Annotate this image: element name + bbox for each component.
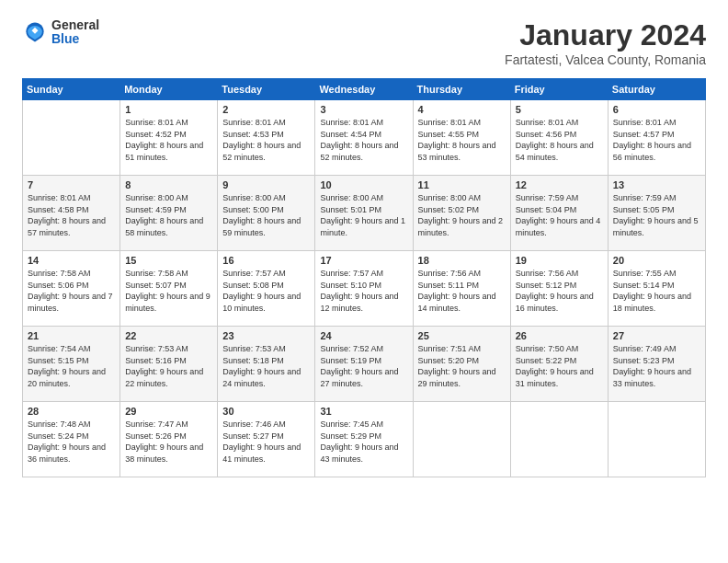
day-number: 12 — [516, 179, 603, 190]
day-number: 3 — [320, 104, 407, 115]
day-info: Sunrise: 8:01 AMSunset: 4:54 PMDaylight:… — [320, 118, 398, 162]
week-row-5: 28 Sunrise: 7:48 AMSunset: 5:24 PMDaylig… — [23, 402, 706, 477]
week-row-1: 1 Sunrise: 8:01 AMSunset: 4:52 PMDayligh… — [23, 100, 706, 176]
day-info: Sunrise: 8:01 AMSunset: 4:57 PMDaylight:… — [613, 118, 691, 162]
day-number: 15 — [125, 255, 212, 266]
day-number: 13 — [613, 179, 700, 190]
day-number: 24 — [320, 330, 407, 341]
day-info: Sunrise: 7:59 AMSunset: 5:04 PMDaylight:… — [516, 193, 601, 237]
day-cell-0-4: 4 Sunrise: 8:01 AMSunset: 4:55 PMDayligh… — [413, 100, 510, 176]
day-info: Sunrise: 8:01 AMSunset: 4:55 PMDaylight:… — [418, 118, 496, 162]
day-info: Sunrise: 7:59 AMSunset: 5:05 PMDaylight:… — [613, 193, 699, 237]
day-info: Sunrise: 7:47 AMSunset: 5:26 PMDaylight:… — [125, 419, 203, 464]
day-info: Sunrise: 7:55 AMSunset: 5:14 PMDaylight:… — [613, 269, 691, 313]
day-cell-0-6: 6 Sunrise: 8:01 AMSunset: 4:57 PMDayligh… — [608, 100, 705, 176]
day-number: 14 — [28, 255, 115, 266]
day-cell-2-1: 15 Sunrise: 7:58 AMSunset: 5:07 PMDaylig… — [120, 251, 218, 327]
day-info: Sunrise: 7:48 AMSunset: 5:24 PMDaylight:… — [28, 419, 106, 464]
day-info: Sunrise: 8:00 AMSunset: 5:01 PMDaylight:… — [320, 193, 405, 237]
day-info: Sunrise: 7:54 AMSunset: 5:15 PMDaylight:… — [28, 344, 106, 388]
day-info: Sunrise: 7:45 AMSunset: 5:29 PMDaylight:… — [320, 419, 398, 464]
day-cell-4-2: 30 Sunrise: 7:46 AMSunset: 5:27 PMDaylig… — [218, 402, 315, 477]
logo: General Blue — [22, 18, 99, 47]
day-cell-2-4: 18 Sunrise: 7:56 AMSunset: 5:11 PMDaylig… — [413, 251, 510, 327]
day-info: Sunrise: 8:00 AMSunset: 5:00 PMDaylight:… — [222, 193, 301, 237]
day-number: 6 — [613, 104, 700, 115]
day-info: Sunrise: 7:50 AMSunset: 5:22 PMDaylight:… — [516, 344, 594, 388]
logo-icon — [22, 19, 48, 45]
day-cell-4-5 — [510, 402, 608, 477]
week-row-2: 7 Sunrise: 8:01 AMSunset: 4:58 PMDayligh… — [23, 176, 706, 251]
day-info: Sunrise: 7:58 AMSunset: 5:06 PMDaylight:… — [28, 269, 113, 313]
day-number: 10 — [320, 179, 407, 190]
day-info: Sunrise: 7:57 AMSunset: 5:08 PMDaylight:… — [222, 269, 301, 313]
logo-text: General Blue — [51, 18, 99, 47]
header-sunday: Sunday — [23, 79, 120, 100]
calendar-table: Sunday Monday Tuesday Wednesday Thursday… — [22, 78, 706, 477]
day-info: Sunrise: 8:00 AMSunset: 5:02 PMDaylight:… — [418, 193, 504, 237]
day-cell-4-0: 28 Sunrise: 7:48 AMSunset: 5:24 PMDaylig… — [23, 402, 120, 477]
day-cell-2-0: 14 Sunrise: 7:58 AMSunset: 5:06 PMDaylig… — [23, 251, 120, 327]
day-number: 9 — [222, 179, 310, 190]
day-number: 4 — [418, 104, 506, 115]
location: Fartatesti, Valcea County, Romania — [505, 52, 706, 67]
day-cell-0-5: 5 Sunrise: 8:01 AMSunset: 4:56 PMDayligh… — [510, 100, 608, 176]
header-wednesday: Wednesday — [315, 79, 413, 100]
day-info: Sunrise: 7:51 AMSunset: 5:20 PMDaylight:… — [418, 344, 496, 388]
day-cell-1-3: 10 Sunrise: 8:00 AMSunset: 5:01 PMDaylig… — [315, 176, 413, 251]
day-info: Sunrise: 8:01 AMSunset: 4:58 PMDaylight:… — [28, 193, 106, 237]
day-cell-3-6: 27 Sunrise: 7:49 AMSunset: 5:23 PMDaylig… — [608, 327, 705, 402]
day-cell-2-6: 20 Sunrise: 7:55 AMSunset: 5:14 PMDaylig… — [608, 251, 705, 327]
day-number: 20 — [613, 255, 700, 266]
day-cell-1-5: 12 Sunrise: 7:59 AMSunset: 5:04 PMDaylig… — [510, 176, 608, 251]
day-number: 7 — [28, 179, 115, 190]
day-cell-3-4: 25 Sunrise: 7:51 AMSunset: 5:20 PMDaylig… — [413, 327, 510, 402]
day-cell-3-0: 21 Sunrise: 7:54 AMSunset: 5:15 PMDaylig… — [23, 327, 120, 402]
day-number: 29 — [125, 406, 212, 417]
day-number: 1 — [125, 104, 212, 115]
day-number: 18 — [418, 255, 506, 266]
day-cell-0-1: 1 Sunrise: 8:01 AMSunset: 4:52 PMDayligh… — [120, 100, 218, 176]
day-cell-1-2: 9 Sunrise: 8:00 AMSunset: 5:00 PMDayligh… — [218, 176, 315, 251]
day-cell-3-2: 23 Sunrise: 7:53 AMSunset: 5:18 PMDaylig… — [218, 327, 315, 402]
day-info: Sunrise: 7:53 AMSunset: 5:16 PMDaylight:… — [125, 344, 203, 388]
day-number: 17 — [320, 255, 407, 266]
month-title: January 2024 — [505, 18, 706, 52]
title-block: January 2024 Fartatesti, Valcea County, … — [505, 18, 706, 67]
day-info: Sunrise: 7:46 AMSunset: 5:27 PMDaylight:… — [222, 419, 301, 464]
day-cell-2-3: 17 Sunrise: 7:57 AMSunset: 5:10 PMDaylig… — [315, 251, 413, 327]
day-number: 2 — [222, 104, 310, 115]
day-info: Sunrise: 7:57 AMSunset: 5:10 PMDaylight:… — [320, 269, 398, 313]
day-number: 26 — [516, 330, 603, 341]
day-number: 11 — [418, 179, 506, 190]
day-cell-4-4 — [413, 402, 510, 477]
page: General Blue January 2024 Fartatesti, Va… — [0, 0, 728, 563]
logo-blue-text: Blue — [51, 32, 99, 46]
day-cell-0-2: 2 Sunrise: 8:01 AMSunset: 4:53 PMDayligh… — [218, 100, 315, 176]
day-info: Sunrise: 7:52 AMSunset: 5:19 PMDaylight:… — [320, 344, 398, 388]
day-cell-3-1: 22 Sunrise: 7:53 AMSunset: 5:16 PMDaylig… — [120, 327, 218, 402]
day-info: Sunrise: 7:58 AMSunset: 5:07 PMDaylight:… — [125, 269, 210, 313]
day-number: 8 — [125, 179, 212, 190]
day-number: 23 — [222, 330, 310, 341]
day-info: Sunrise: 7:56 AMSunset: 5:12 PMDaylight:… — [516, 269, 594, 313]
day-cell-4-3: 31 Sunrise: 7:45 AMSunset: 5:29 PMDaylig… — [315, 402, 413, 477]
header-saturday: Saturday — [608, 79, 705, 100]
day-cell-2-2: 16 Sunrise: 7:57 AMSunset: 5:08 PMDaylig… — [218, 251, 315, 327]
header-monday: Monday — [120, 79, 218, 100]
day-cell-0-0 — [23, 100, 120, 176]
day-info: Sunrise: 8:01 AMSunset: 4:56 PMDaylight:… — [516, 118, 594, 162]
day-number: 19 — [516, 255, 603, 266]
day-number: 30 — [222, 406, 310, 417]
day-number: 22 — [125, 330, 212, 341]
day-number: 31 — [320, 406, 407, 417]
day-cell-2-5: 19 Sunrise: 7:56 AMSunset: 5:12 PMDaylig… — [510, 251, 608, 327]
days-header-row: Sunday Monday Tuesday Wednesday Thursday… — [23, 79, 706, 100]
day-number: 5 — [516, 104, 603, 115]
day-cell-4-6 — [608, 402, 705, 477]
header: General Blue January 2024 Fartatesti, Va… — [22, 18, 706, 67]
day-cell-4-1: 29 Sunrise: 7:47 AMSunset: 5:26 PMDaylig… — [120, 402, 218, 477]
day-number: 25 — [418, 330, 506, 341]
day-number: 21 — [28, 330, 115, 341]
header-friday: Friday — [510, 79, 608, 100]
